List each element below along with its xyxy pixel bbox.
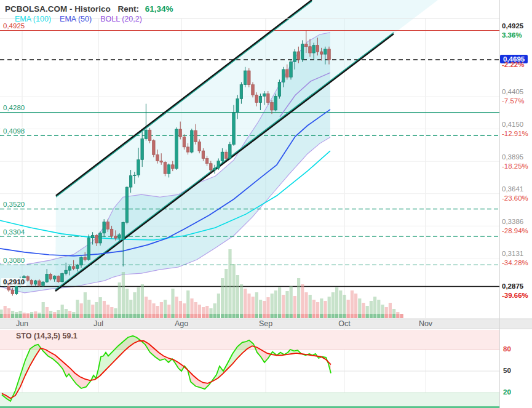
candle [38,281,41,286]
candle [210,164,213,170]
right-axis-price: 0,3895 [502,153,523,161]
candle [99,233,102,243]
right-axis-price: 0,2875 [502,282,523,290]
candle [186,147,189,152]
chart-canvas[interactable] [0,0,532,408]
candle [76,265,79,268]
candle [232,113,236,145]
candle [141,139,144,160]
candle [122,222,125,239]
candle [205,158,208,163]
level-label: 0,4280 [1,104,26,112]
candle [172,165,175,169]
candle [274,96,277,110]
candle [175,129,178,169]
level-label: 0,3304 [1,228,26,236]
right-axis-price: 0,3641 [502,185,523,193]
candle [156,154,159,161]
right-axis-percent: -7.57% [502,97,524,105]
sto-level-50: 50 [503,367,511,374]
candle [11,290,14,294]
rent-value: 61,34% [145,4,173,14]
month-label-jul: Jul [86,319,111,328]
candle [179,129,182,137]
candle [217,161,220,169]
candle [46,274,49,282]
candle [324,49,327,54]
right-axis-price: 0,4150 [502,121,523,129]
page-title: PCBOLSA.COM - Historico Rent: 61,34% [5,4,173,14]
right-axis-percent: -23.60% [502,194,528,202]
candle [164,162,167,174]
right-axis-price: 0,3131 [502,250,523,258]
candle [236,98,239,113]
candle [91,236,94,238]
candle [213,168,216,170]
month-label-oct: Oct [332,319,357,328]
candle [103,222,106,233]
candle [34,281,37,284]
candle [194,130,197,142]
level-label: 0,4098 [1,127,26,135]
candle [293,52,296,62]
candle [148,130,151,140]
candle [286,70,289,77]
month-label-jun: Jun [10,319,34,328]
chart-window: PCBOLSA.COM - Historico Rent: 61,34% EMA… [0,0,532,408]
level-label: 0,4925 [1,22,26,30]
candle [263,94,266,96]
level-label: 0,3080 [1,257,26,265]
candle [84,258,87,260]
candle [110,229,113,236]
candle [320,52,323,54]
candle [248,71,251,85]
candle [42,282,45,286]
indicator-legend: EMA (100)EMA (50)BOLL (20,2) [15,15,151,23]
candle [282,70,285,82]
candle [221,152,224,161]
candle [224,152,228,158]
candle [183,137,186,147]
candle [240,85,243,99]
candle [114,236,117,238]
candle [118,234,121,238]
candle [252,85,255,95]
candle [198,142,201,151]
candle [137,160,140,175]
candle [80,258,83,265]
instrument-title: PCBOLSA.COM - Historico [5,4,111,14]
candle [133,175,137,175]
right-axis-percent: -39.66% [502,292,528,300]
stochastic-label: STO (14,3,5) 59.1 [16,332,77,340]
right-axis-percent: -18.25% [502,162,528,170]
candle [72,266,75,268]
candle [160,161,163,162]
candle [191,130,194,152]
candle [301,44,304,60]
candle [95,236,98,243]
level-label: 0,2910 [1,278,26,286]
candle [53,276,56,279]
candle [57,276,60,282]
legend-item-1: EMA (50) [60,15,92,23]
candle [290,62,293,78]
candle [68,266,71,270]
level-label: 0,3520 [1,201,26,209]
candle [15,286,18,294]
candle [297,52,300,59]
month-label-nov: Nov [413,319,438,328]
candle [125,187,129,222]
candle [153,141,156,155]
right-axis-percent: -12.91% [502,130,528,138]
candle [61,274,64,282]
legend-item-2: BOLL (20,2) [100,15,142,23]
candle [65,270,68,273]
candle [129,176,132,188]
candle [49,274,52,279]
candle [271,103,274,110]
candle [106,222,109,230]
candle [309,47,312,53]
candle [202,151,205,158]
right-axis-percent: 3.36% [502,31,522,39]
candle [26,276,30,280]
